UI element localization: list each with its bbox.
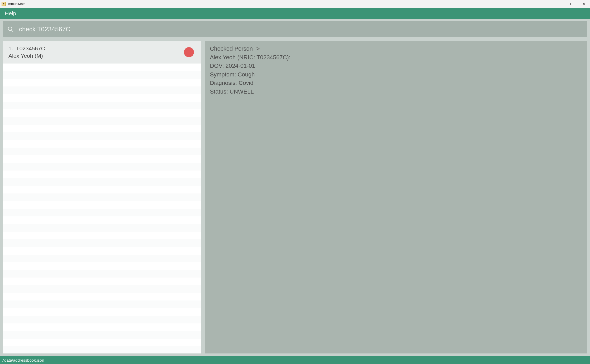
detail-line: DOV: 2024-01-01 (210, 62, 583, 70)
detail-line: Diagnosis: Covid (210, 79, 583, 88)
person-nric: T0234567C (16, 45, 45, 51)
window-close-button[interactable] (578, 0, 590, 8)
person-list-item[interactable]: 1. T0234567C Alex Yeoh (M) (3, 41, 201, 64)
window-controls (554, 0, 590, 8)
window-title: ImmuniMate (7, 2, 26, 6)
svg-line-8 (11, 30, 13, 32)
svg-point-2 (3, 3, 4, 4)
search-icon (7, 26, 14, 32)
person-index: 1. (8, 45, 13, 51)
status-indicator-icon (184, 47, 194, 57)
person-list-panel: 1. T0234567C Alex Yeoh (M) (3, 41, 201, 353)
svg-rect-4 (571, 3, 573, 5)
window-minimize-button[interactable] (554, 0, 566, 8)
detail-line: Alex Yeoh (NRIC: T0234567C): (210, 53, 583, 62)
result-display-panel: Checked Person -> Alex Yeoh (NRIC: T0234… (205, 41, 587, 353)
person-name-line: Alex Yeoh (M) (8, 53, 184, 59)
person-list-item-line1: 1. T0234567C (8, 45, 184, 52)
detail-line: Checked Person -> (210, 45, 583, 53)
content-area: 1. T0234567C Alex Yeoh (M) Checked Perso… (0, 19, 590, 356)
app-icon (2, 2, 6, 6)
detail-line: Status: UNWELL (210, 88, 583, 96)
window-titlebar: ImmuniMate (0, 0, 590, 8)
split-panes: 1. T0234567C Alex Yeoh (M) Checked Perso… (3, 41, 587, 356)
svg-point-7 (8, 27, 12, 31)
menu-help[interactable]: Help (5, 10, 16, 17)
window-maximize-button[interactable] (566, 0, 578, 8)
statusbar-path: .\data\addressbook.json (2, 358, 44, 362)
person-list-empty-area (3, 64, 201, 353)
command-bar (3, 21, 587, 37)
menubar: Help (0, 8, 590, 19)
person-list-item-text: 1. T0234567C Alex Yeoh (M) (8, 45, 184, 59)
statusbar: .\data\addressbook.json (0, 356, 590, 364)
detail-line: Symptom: Cough (210, 70, 583, 79)
command-input[interactable] (19, 21, 583, 37)
